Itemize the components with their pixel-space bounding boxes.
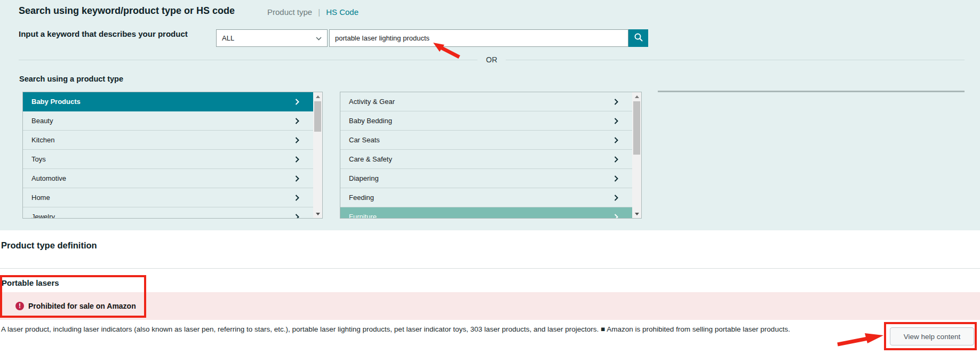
empty-third-column-divider [658,91,965,92]
error-icon: ! [15,302,24,310]
search-icon [634,33,643,44]
category-dropdown[interactable]: ALL [216,29,328,47]
list-item-label: Furniture [349,213,377,219]
chevron-right-icon [614,175,618,182]
chevron-right-icon [614,195,618,201]
chevron-right-icon [614,214,618,219]
chevron-down-icon [316,34,322,42]
chevron-right-icon [295,99,299,105]
list-item-jewelry[interactable]: Jewelry [23,207,313,219]
category-list-level2: Activity & Gear Baby Bedding Car Seats C… [340,92,642,219]
list-item-label: Jewelry [31,213,55,219]
list-item-toys[interactable]: Toys [23,150,313,169]
scrollbar-down-icon[interactable] [632,210,641,218]
list-item-label: Care & Safety [349,155,392,163]
chevron-right-icon [295,156,299,163]
tab-hs-code[interactable]: HS Code [326,7,358,17]
or-label: OR [486,55,497,64]
list-item-care-safety[interactable]: Care & Safety [340,150,632,169]
category-list-level1: Baby Products Beauty Kitchen Toys Automo… [22,92,323,219]
scrollbar-down-icon[interactable] [313,210,322,218]
tab-separator: | [318,7,320,17]
list-item-diapering[interactable]: Diapering [340,169,632,188]
category-dropdown-value: ALL [222,34,234,42]
list-item-baby-bedding[interactable]: Baby Bedding [340,111,632,131]
keyword-search-input[interactable] [329,29,628,47]
chevron-right-icon [614,118,618,124]
chevron-right-icon [295,118,299,124]
view-help-content-button[interactable]: View help content [890,327,974,345]
annotation-arrow-help-button [838,333,883,344]
list-item-automotive[interactable]: Automotive [23,169,313,188]
section-divider [0,268,980,269]
list-item-beauty[interactable]: Beauty [23,111,313,131]
divider-line [506,60,965,60]
list-item-feeding[interactable]: Feeding [340,188,632,207]
scrollbar-thumb[interactable] [633,101,640,155]
category-rows: Activity & Gear Baby Bedding Car Seats C… [340,92,632,219]
scrollbar[interactable] [632,92,641,218]
list-item-label: Home [31,194,50,202]
prohibited-status-band: ! Prohibited for sale on Amazon [0,292,980,320]
search-button[interactable] [628,29,648,47]
list-item-label: Beauty [31,117,53,125]
chevron-right-icon [295,175,299,182]
list-item-furniture[interactable]: Furniture [340,207,632,219]
chevron-right-icon [295,137,299,143]
product-classification-screen: Search using keyword/product type or HS … [0,0,980,354]
category-rows: Baby Products Beauty Kitchen Toys Automo… [23,92,313,219]
list-item-label: Feeding [349,194,374,202]
chevron-right-icon [614,137,618,143]
list-item-activity-gear[interactable]: Activity & Gear [340,92,632,111]
search-mode-tabs: Product type | HS Code [267,7,358,17]
list-item-car-seats[interactable]: Car Seats [340,131,632,150]
list-item-label: Activity & Gear [349,98,395,106]
list-item-baby-products[interactable]: Baby Products [23,92,313,111]
product-type-heading: Search using a product type [19,75,123,83]
list-item-label: Kitchen [31,136,54,144]
list-item-label: Baby Products [31,98,81,106]
divider-line [19,60,477,60]
list-item-label: Baby Bedding [349,117,392,125]
chevron-right-icon [295,214,299,219]
definition-heading: Product type definition [1,240,97,251]
list-item-kitchen[interactable]: Kitchen [23,131,313,150]
product-description: A laser product, including laser indicat… [1,325,790,333]
scrollbar-up-icon[interactable] [313,92,322,101]
product-name: Portable lasers [2,278,59,287]
scrollbar-thumb[interactable] [314,101,321,132]
list-item-label: Diapering [349,174,379,182]
list-item-label: Car Seats [349,136,380,144]
tab-product-type[interactable]: Product type [267,7,312,17]
list-item-home[interactable]: Home [23,188,313,207]
chevron-right-icon [614,156,618,163]
chevron-right-icon [614,99,618,105]
page-title: Search using keyword/product type or HS … [19,5,235,17]
list-item-label: Automotive [31,174,66,182]
search-panel: Search using keyword/product type or HS … [0,0,980,230]
scrollbar[interactable] [313,92,322,218]
keyword-label: Input a keyword that describes your prod… [19,29,188,38]
status-text: Prohibited for sale on Amazon [28,302,136,310]
chevron-right-icon [295,195,299,201]
list-item-label: Toys [31,155,46,163]
scrollbar-up-icon[interactable] [632,92,641,101]
or-divider: OR [19,55,965,64]
